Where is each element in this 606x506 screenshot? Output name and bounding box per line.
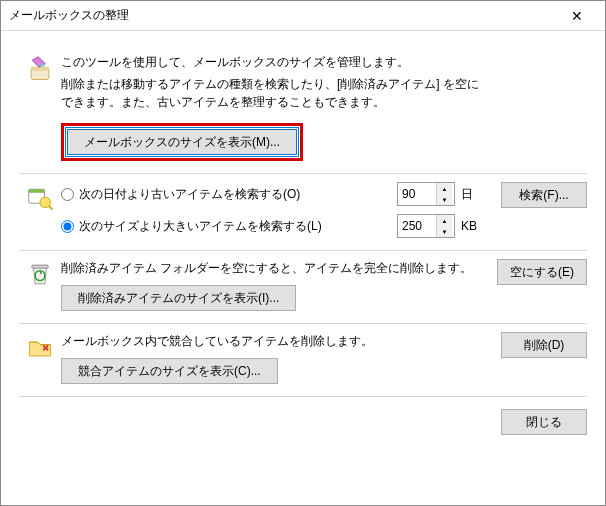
conflicts-section: メールボックス内で競合しているアイテムを削除します。 競合アイテムのサイズを表示… [19,324,587,394]
spinner-down-icon[interactable]: ▼ [437,194,452,205]
spinner-up-icon[interactable]: ▲ [437,215,452,226]
find-larger-label: 次のサイズより大きいアイテムを検索する(L) [79,218,322,235]
view-conflicts-size-button[interactable]: 競合アイテムのサイズを表示(C)... [61,358,278,384]
svg-rect-2 [39,64,44,67]
older-days-spinner[interactable]: ▲ ▼ [397,182,455,206]
find-older-label: 次の日付より古いアイテムを検索する(O) [79,186,300,203]
deleted-section: 削除済みアイテム フォルダーを空にすると、アイテムを完全に削除します。 削除済み… [19,251,587,321]
find-older-radio[interactable]: 次の日付より古いアイテムを検索する(O) [61,186,397,203]
footer: 閉じる [19,397,587,435]
window-title: メールボックスの整理 [9,7,557,24]
svg-line-6 [49,206,53,210]
close-button[interactable]: 閉じる [501,409,587,435]
view-mailbox-size-button[interactable]: メールボックスのサイズを表示(M)... [67,129,297,155]
larger-kb-spinner[interactable]: ▲ ▼ [397,214,455,238]
mailbox-cleanup-dialog: メールボックスの整理 ✕ このツールを使用して、メールボックスのサイズを管理しま… [0,0,606,506]
close-icon[interactable]: ✕ [557,2,597,30]
conflicts-text: メールボックス内で競合しているアイテムを削除します。 [61,332,479,350]
older-unit: 日 [455,186,479,203]
recycle-bin-icon [27,261,53,290]
mailbox-cleanup-icon [26,55,54,86]
dialog-body: このツールを使用して、メールボックスのサイズを管理します。 削除または移動するア… [1,31,605,505]
older-days-input[interactable] [398,183,436,205]
intro-section: このツールを使用して、メールボックスのサイズを管理します。 削除または移動するア… [19,45,587,171]
search-calendar-icon [26,184,54,215]
find-button[interactable]: 検索(F)... [501,182,587,208]
spinner-up-icon[interactable]: ▲ [437,183,452,194]
spinner-down-icon[interactable]: ▼ [437,226,452,237]
view-deleted-size-button[interactable]: 削除済みアイテムのサイズを表示(I)... [61,285,296,311]
svg-rect-7 [32,265,48,268]
intro-text-2: 削除または移動するアイテムの種類を検索したり、[削除済みアイテム] を空にできま… [61,75,479,111]
delete-button[interactable]: 削除(D) [501,332,587,358]
empty-button[interactable]: 空にする(E) [497,259,587,285]
larger-unit: KB [455,219,479,233]
deleted-text: 削除済みアイテム フォルダーを空にすると、アイテムを完全に削除します。 [61,259,479,277]
conflict-folder-icon [27,334,53,363]
highlight-box: メールボックスのサイズを表示(M)... [61,123,303,161]
find-larger-radio[interactable]: 次のサイズより大きいアイテムを検索する(L) [61,218,397,235]
larger-kb-input[interactable] [398,215,436,237]
svg-rect-4 [29,189,45,193]
find-section: 次の日付より古いアイテムを検索する(O) ▲ ▼ 日 次のサイズより大き [19,174,587,248]
svg-rect-1 [31,67,49,71]
intro-text-1: このツールを使用して、メールボックスのサイズを管理します。 [61,53,479,71]
titlebar: メールボックスの整理 ✕ [1,1,605,31]
